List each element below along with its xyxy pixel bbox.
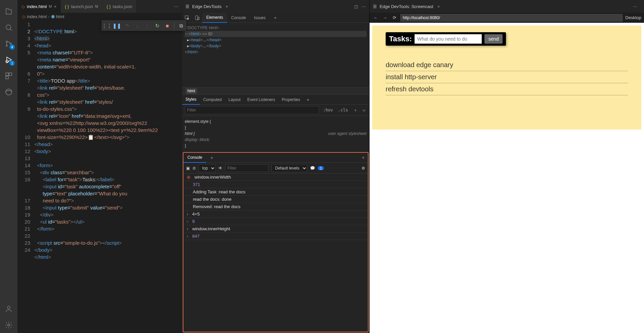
styles-filter-input[interactable] (185, 106, 319, 114)
screencast-title: Edge DevTools: Screencast (380, 4, 433, 9)
nav-back-icon[interactable]: ← (372, 15, 379, 20)
pause-icon[interactable]: ❚❚ (113, 21, 121, 30)
cls-toggle[interactable]: .cls (337, 107, 349, 113)
more-icon[interactable]: ⋯ (361, 4, 366, 9)
run-debug-icon[interactable]: 1 (1, 52, 17, 68)
hov-toggle[interactable]: :hov (322, 107, 334, 113)
tab-computed[interactable]: Computed (200, 95, 225, 105)
drawer-tab-console[interactable]: Console (183, 153, 206, 163)
tab-label: tasks.json (113, 4, 132, 9)
svg-point-10 (8, 324, 10, 326)
edge-icon[interactable] (1, 84, 17, 100)
issue-count: 1 (318, 166, 324, 170)
preview-icon: ☰ (185, 4, 189, 9)
tab-label: launch.json (71, 4, 93, 9)
tab-layout[interactable]: Layout (225, 95, 244, 105)
close-icon[interactable]: × (225, 4, 228, 9)
close-icon[interactable]: × (54, 4, 56, 9)
more-tabs-icon[interactable]: » (304, 95, 313, 105)
step-out-icon[interactable]: ↑ (143, 21, 151, 30)
list-item[interactable]: install http-server (386, 71, 628, 83)
console-output[interactable]: window.innerWidth 371 Adding Task :read … (183, 174, 368, 332)
task-input[interactable] (415, 34, 482, 44)
console-line: window.innerHeight (192, 226, 230, 231)
breadcrumb-file: index.html (27, 14, 47, 19)
dom-tree[interactable]: <!DOCTYPE html> ⋯<html> == $0 ▸<head>…</… (182, 23, 369, 87)
issue-icon[interactable]: 💬 (310, 166, 315, 171)
list-item[interactable]: refresh devtools (386, 83, 628, 95)
devtools-pane: ☰ Edge DevTools × ◫ ⋯ Elements Console I… (182, 0, 370, 333)
console-line: read the docs: done (193, 197, 231, 202)
account-icon[interactable] (1, 301, 17, 317)
device-emulation-icon[interactable] (192, 13, 202, 23)
device-label[interactable]: Desktop (625, 15, 641, 20)
panel-layout-icon[interactable]: ▭ (361, 107, 367, 113)
screencast-viewport[interactable]: Tasks: send download edge canary install… (370, 23, 644, 333)
console-line: window.innerWidth (195, 175, 231, 180)
explorer-icon[interactable] (1, 3, 17, 19)
more-icon[interactable]: ⋯ (174, 4, 178, 9)
tab-index-html[interactable]: ◇ index.html M × (17, 0, 61, 13)
console-filter-input[interactable] (225, 164, 269, 172)
svg-point-2 (6, 45, 7, 46)
close-icon[interactable]: × (437, 4, 440, 9)
new-rule-icon[interactable]: ＋ (352, 107, 359, 114)
restart-icon[interactable]: ↻ (153, 21, 161, 30)
url-input[interactable] (400, 14, 622, 21)
devtools-launch-icon[interactable]: ⧉ (177, 21, 185, 30)
tab-launch-json[interactable]: { } launch.json M (61, 0, 102, 13)
settings-gear-icon[interactable] (1, 317, 17, 333)
close-icon[interactable]: × (358, 155, 368, 160)
tasks-label: Tasks: (389, 35, 412, 43)
json-file-icon: { } (106, 4, 111, 9)
console-line: 371 (193, 182, 200, 187)
tab-issues[interactable]: Issues (250, 13, 270, 23)
live-expression-icon[interactable]: 👁 (218, 166, 222, 171)
search-icon[interactable] (1, 19, 17, 36)
tab-event-listeners[interactable]: Event Listeners (244, 95, 278, 105)
send-button[interactable]: send (484, 34, 503, 44)
clear-console-icon[interactable]: ⊘ (192, 166, 196, 171)
stop-icon[interactable]: ■ (163, 21, 171, 30)
scm-icon[interactable]: 4 (1, 36, 17, 52)
step-into-icon[interactable]: ↓ (133, 21, 141, 30)
settings-gear-icon[interactable]: ⚙ (361, 166, 365, 171)
tab-console[interactable]: Console (227, 13, 250, 23)
todo-app: Tasks: send download edge canary install… (372, 26, 641, 130)
reload-icon[interactable]: ⟳ (391, 15, 398, 20)
svg-point-0 (6, 25, 11, 30)
html-file-icon: ◇ (22, 14, 26, 19)
extensions-icon[interactable] (1, 68, 17, 84)
activity-bar: 4 1 (0, 0, 17, 333)
list-item[interactable]: download edge canary (386, 59, 628, 71)
add-tab-icon[interactable]: ＋ (206, 155, 217, 161)
tab-elements[interactable]: Elements (202, 13, 227, 23)
log-levels-select[interactable]: Default levels (271, 164, 307, 172)
more-icon[interactable]: ⋯ (633, 4, 637, 9)
code-editor[interactable]: ⋮⋮ ❚❚ ↷ ↓ ↑ ↻ ■ ⧉ 12345 67 8 9 101112131… (17, 20, 182, 333)
tab-tasks-json[interactable]: { } tasks.json (102, 0, 136, 13)
console-line: Removed: read the docs (193, 204, 241, 209)
drag-handle-icon[interactable]: ⋮⋮ (103, 21, 111, 30)
console-line: 847 (192, 234, 200, 239)
breadcrumb[interactable]: ◇ index.html › ⬢ html (17, 13, 182, 20)
svg-point-8 (6, 89, 12, 95)
line-gutter: 12345 67 8 9 101112131415 16 171819 2021… (17, 20, 34, 333)
svg-rect-5 (6, 73, 8, 76)
tab-label: index.html (27, 4, 47, 9)
add-tab-icon[interactable]: ＋ (270, 15, 281, 21)
step-over-icon[interactable]: ↷ (123, 21, 131, 30)
debug-badge: 1 (9, 60, 15, 66)
styles-tabs: Styles Computed Layout Event Listeners P… (182, 95, 369, 105)
context-select[interactable]: top (199, 164, 216, 172)
modified-indicator: M (95, 4, 98, 8)
dom-breadcrumb[interactable]: html (182, 87, 369, 95)
split-icon[interactable]: ◫ (354, 4, 358, 9)
sidebar-toggle-icon[interactable]: ▣ (186, 166, 190, 171)
svg-rect-6 (9, 73, 12, 76)
tab-properties[interactable]: Properties (278, 95, 304, 105)
styles-body[interactable]: element.style { } html {user agent style… (182, 116, 369, 151)
console-line: Adding Task :read the docs (193, 189, 246, 194)
tab-styles[interactable]: Styles (182, 95, 200, 105)
nav-forward-icon[interactable]: → (382, 15, 388, 20)
